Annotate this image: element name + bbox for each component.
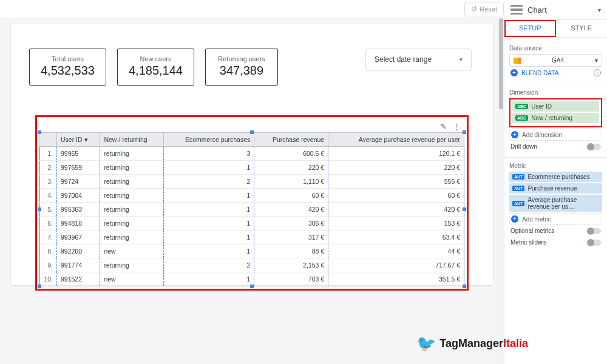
dimension-chip[interactable]: ABC User ID bbox=[512, 101, 599, 112]
table-row[interactable]: 9.991774returning22,153 €717.67 € bbox=[40, 258, 464, 272]
woodpecker-icon: 🐦 bbox=[416, 334, 436, 353]
scorecard-value: 347,389 bbox=[217, 64, 266, 78]
cell-user-id: 99724 bbox=[57, 175, 100, 189]
metric-chip[interactable]: AUT Average purchase revenue per us… bbox=[509, 195, 602, 212]
report-page[interactable]: Total users 4,532,533 New users 4,185,14… bbox=[11, 24, 493, 285]
date-range-selector[interactable]: Select date range ▾ bbox=[365, 49, 472, 70]
cell-revenue: 420 € bbox=[254, 203, 328, 217]
divider bbox=[504, 157, 607, 158]
table-chart[interactable]: User ID ▾ New / returning Ecommerce purc… bbox=[39, 132, 464, 286]
cell-segment: returning bbox=[100, 231, 164, 244]
reset-button[interactable]: ↺ Reset bbox=[464, 2, 504, 16]
scorecard-label: Returning users bbox=[217, 55, 266, 62]
col-revenue[interactable]: Purchase revenue bbox=[254, 133, 328, 147]
table-row[interactable]: 8.992260new188 €44 € bbox=[40, 244, 464, 258]
cell-user-id: 991774 bbox=[57, 258, 100, 272]
section-dimension: Dimension bbox=[509, 89, 602, 96]
cell-user-id: 993967 bbox=[57, 231, 100, 244]
tab-setup[interactable]: SETUP bbox=[504, 20, 556, 37]
cell-segment: returning bbox=[100, 147, 164, 161]
date-range-label: Select date range bbox=[375, 55, 432, 64]
row-index: 6. bbox=[40, 217, 57, 231]
scorecard-returning-users[interactable]: Returning users 347,389 bbox=[205, 49, 278, 86]
resize-handle[interactable] bbox=[38, 130, 41, 134]
cell-avg: 44 € bbox=[328, 244, 464, 258]
chevron-down-icon: ▾ bbox=[598, 7, 601, 13]
cell-purchases: 3 bbox=[163, 147, 254, 161]
cell-purchases: 2 bbox=[163, 175, 254, 189]
table-row[interactable]: 1.99965returning3600.5 €120.1 € bbox=[40, 147, 464, 161]
resize-handle[interactable] bbox=[250, 285, 254, 288]
cell-purchases: 1 bbox=[163, 272, 254, 286]
metric-chip[interactable]: AUT Ecommerce purchases bbox=[509, 172, 602, 182]
optional-metrics-toggle[interactable] bbox=[588, 228, 601, 234]
cell-user-id: 99965 bbox=[57, 147, 100, 161]
resize-handle[interactable] bbox=[463, 130, 466, 134]
metric-sliders-toggle[interactable] bbox=[588, 240, 601, 246]
scrollbar-thumb[interactable] bbox=[499, 18, 503, 109]
canvas-scrollbar[interactable] bbox=[498, 18, 504, 364]
blend-data-button[interactable]: + BLEND DATA ? bbox=[509, 67, 602, 79]
col-index bbox=[40, 133, 57, 147]
panel-header[interactable]: Chart ▾ bbox=[504, 0, 607, 20]
optional-metrics-row: Optional metrics bbox=[509, 225, 602, 237]
row-index: 1. bbox=[40, 147, 57, 161]
cell-purchases: 1 bbox=[163, 231, 254, 244]
data-source-selector[interactable]: GA4 ▾ bbox=[509, 54, 602, 67]
dimension-chip[interactable]: ABC New / returning bbox=[512, 113, 599, 123]
col-purchases[interactable]: Ecommerce purchases bbox=[163, 133, 254, 147]
add-metric-button[interactable]: + Add metric bbox=[509, 213, 602, 225]
help-icon[interactable]: ? bbox=[594, 69, 601, 76]
resize-handle[interactable] bbox=[463, 207, 466, 211]
scorecard-label: New users bbox=[129, 55, 183, 62]
pencil-icon[interactable]: ✎ bbox=[440, 122, 447, 131]
resize-handle[interactable] bbox=[38, 285, 41, 288]
scorecard-total-users[interactable]: Total users 4,532,533 bbox=[29, 49, 106, 86]
table-row[interactable]: 7.993967returning1317 €63.4 € bbox=[40, 231, 464, 244]
add-dimension-button[interactable]: + Add dimension bbox=[509, 129, 602, 141]
optional-metrics-label: Optional metrics bbox=[510, 228, 554, 234]
cell-avg: 420 € bbox=[328, 203, 464, 217]
reset-label: Reset bbox=[480, 5, 497, 13]
cell-segment: returning bbox=[100, 189, 164, 203]
resize-handle[interactable] bbox=[250, 130, 254, 134]
cell-segment: returning bbox=[100, 161, 164, 175]
auto-type-icon: AUT bbox=[512, 201, 524, 206]
scorecard-value: 4,532,533 bbox=[41, 64, 95, 78]
cell-user-id: 994818 bbox=[57, 217, 100, 231]
report-canvas: Total users 4,532,533 New users 4,185,14… bbox=[0, 18, 504, 364]
col-avg[interactable]: Average purchase revenue per user bbox=[328, 133, 464, 147]
cell-user-id: 997004 bbox=[57, 189, 100, 203]
table-row[interactable]: 5.995363returning1420 €420 € bbox=[40, 203, 464, 217]
table-row[interactable]: 6.994818returning1306 €153 € bbox=[40, 217, 464, 231]
section-metric: Metric bbox=[509, 163, 602, 169]
watermark-logo: 🐦 TagManagerItalia bbox=[416, 334, 528, 353]
col-user-id[interactable]: User ID ▾ bbox=[57, 133, 100, 147]
row-index: 4. bbox=[40, 189, 57, 203]
cell-avg: 153 € bbox=[328, 217, 464, 231]
metric-chip[interactable]: AUT Purchase revenue bbox=[509, 183, 602, 194]
row-index: 2. bbox=[40, 161, 57, 175]
drill-down-toggle[interactable] bbox=[588, 144, 601, 150]
chevron-down-icon: ▾ bbox=[595, 57, 598, 64]
tab-style[interactable]: STYLE bbox=[556, 20, 608, 37]
row-index: 9. bbox=[40, 258, 57, 272]
undo-icon: ↺ bbox=[471, 5, 477, 13]
table-row[interactable]: 4.997004returning160 €60 € bbox=[40, 189, 464, 203]
scorecard-new-users[interactable]: New users 4,185,144 bbox=[117, 49, 194, 86]
cell-revenue: 703 € bbox=[254, 272, 328, 286]
resize-handle[interactable] bbox=[463, 285, 466, 288]
properties-panel: Chart ▾ SETUP STYLE Data source GA4 ▾ + … bbox=[504, 0, 607, 364]
cell-avg: 351.5 € bbox=[328, 272, 464, 286]
table-row[interactable]: 2.997659returning1220 €220 € bbox=[40, 161, 464, 175]
drill-down-toggle-row: Drill down bbox=[509, 141, 602, 152]
plus-icon: + bbox=[511, 215, 518, 223]
scorecard-value: 4,185,144 bbox=[129, 64, 183, 78]
add-dimension-label: Add dimension bbox=[522, 132, 562, 138]
more-icon[interactable]: ⋮ bbox=[453, 122, 461, 131]
cell-user-id: 997659 bbox=[57, 161, 100, 175]
col-segment[interactable]: New / returning bbox=[100, 133, 164, 147]
table-row[interactable]: 3.99724returning21,110 €555 € bbox=[40, 175, 464, 189]
resize-handle[interactable] bbox=[38, 207, 41, 211]
section-data-source: Data source bbox=[509, 45, 602, 52]
